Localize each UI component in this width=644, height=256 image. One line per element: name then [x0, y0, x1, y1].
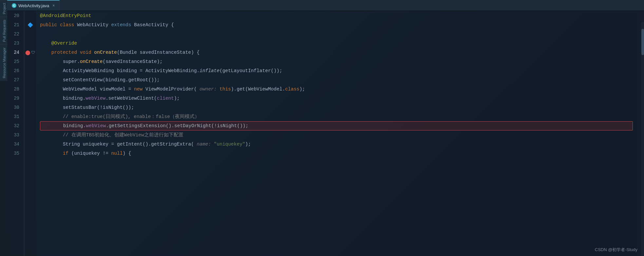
line-num-33: 33 [10, 130, 21, 140]
gutter-26 [24, 66, 36, 75]
indent-33 [40, 130, 63, 140]
tab-close-button[interactable]: × [52, 3, 55, 8]
code-content[interactable]: @AndroidEntryPoint public class WebActiv… [36, 11, 637, 256]
indent-24 [40, 48, 51, 57]
line-num-32: 32 [10, 121, 21, 130]
get-viewmodel: ).get(WebViewModel. [231, 85, 285, 94]
line-num-23: 23 [10, 39, 21, 48]
line-num-22: 22 [10, 30, 21, 39]
line-num-34: 34 [10, 140, 21, 149]
tab-bar: C WebActivity.java × [7, 0, 644, 11]
comment-33: // 在调用TBS初始化、创建WebView之前进行如下配置 [63, 130, 183, 140]
line-num-27: 27 [10, 75, 21, 85]
method-oncreate: onCreate [94, 48, 117, 57]
gutter-20 [24, 11, 36, 20]
code-line-30: setStatusBar(!isNight()); [40, 103, 633, 112]
shield-icon[interactable]: 🛡 [31, 50, 35, 55]
code-line-29: binding. webView .setWebViewClient( clie… [40, 94, 633, 103]
setstatusbar: setStatusBar(!isNight()); [63, 103, 134, 112]
indent-34 [40, 140, 63, 149]
code-line-28: WebViewModel viewModel = new ViewModelPr… [40, 85, 633, 94]
scrollbar-track[interactable] [641, 22, 644, 256]
code-line-20: @AndroidEntryPoint [40, 11, 633, 20]
comment-31: // enable:true(日间模式), enable：false（夜间模式） [63, 112, 199, 121]
kw-class: class [285, 85, 299, 94]
tab-filename: WebActivity.java [18, 3, 49, 8]
semicolon-34: ); [245, 140, 251, 149]
semicolon-28: ); [299, 85, 305, 94]
inflate-args: (getLayoutInflater()); [219, 66, 282, 75]
getsettingsextension: .getSettingsExtension().setDayOrNight(!i… [106, 121, 248, 130]
indent-28 [40, 85, 63, 94]
kw-null: null [111, 149, 123, 158]
string-decl: String uniquekey = getIntent().getString… [63, 140, 197, 149]
line-num-24: 24 [10, 48, 21, 57]
string-val: "uniquekey" [214, 140, 245, 149]
indent-29 [40, 94, 63, 103]
kw-public: public [40, 20, 60, 30]
gutter-35 [24, 149, 36, 158]
code-line-25: super. onCreate (savedInstanceState); [40, 57, 633, 66]
line-numbers: 20 21 22 23 24 25 26 27 28 29 30 31 32 3… [7, 11, 24, 256]
gutter-34 [24, 140, 36, 149]
semicolon-29: ); [174, 94, 180, 103]
binding-webview: binding. [63, 94, 86, 103]
code-line-26: ActivityWebBinding binding = ActivityWeb… [40, 66, 633, 75]
gutter-27 [24, 75, 36, 85]
code-line-32: binding. webView .getSettingsExtension()… [40, 121, 633, 130]
code-line-33: // 在调用TBS初始化、创建WebView之前进行如下配置 [40, 130, 633, 140]
code-line-22 [40, 30, 633, 39]
client-ref: client [157, 94, 174, 103]
line-num-21: 21 [10, 20, 21, 30]
vtab-resource-manager[interactable]: Resource Manager [0, 45, 7, 81]
right-panel [637, 11, 644, 256]
editor-container: Project Pull Requests Resource Manager C… [0, 0, 644, 256]
base-class: BaseActivity { [134, 20, 174, 30]
code-line-21: public class WebActivity extends BaseAct… [40, 20, 633, 30]
breakpoint-icon[interactable]: ⬤ [25, 50, 30, 55]
indent-31 [40, 112, 63, 121]
tab-webactivity[interactable]: C WebActivity.java × [7, 0, 60, 10]
indent-27 [40, 75, 63, 85]
gutter-33 [24, 130, 36, 140]
indent-30 [40, 103, 63, 112]
gutter-25 [24, 57, 36, 66]
vtab-pull-requests[interactable]: Pull Requests [0, 17, 7, 45]
super-oncreate-arg: (savedInstanceState); [103, 57, 162, 66]
code-line-31: // enable:true(日间模式), enable：false（夜间模式） [40, 112, 633, 121]
binding-webview-32: binding. [63, 121, 86, 130]
gutter: 🔷 ⬤ 🛡 [24, 11, 36, 256]
file-type-icon: C [12, 3, 16, 8]
code-line-34: String uniquekey = getIntent().getString… [40, 140, 633, 149]
line-num-26: 26 [10, 66, 21, 75]
super-call: super. [63, 57, 80, 66]
class-icon: 🔷 [28, 22, 33, 28]
indent-26 [40, 66, 63, 75]
if-brace: ) { [123, 149, 131, 158]
kw-void: void [80, 48, 94, 57]
gutter-30 [24, 103, 36, 112]
gutter-31 [24, 112, 36, 121]
line-num-35: 35 [10, 149, 21, 158]
kw-this: this [219, 85, 231, 94]
line-num-30: 30 [10, 103, 21, 112]
code-area: 20 21 22 23 24 25 26 27 28 29 30 31 32 3… [7, 11, 644, 256]
line-num-28: 28 [10, 85, 21, 94]
vertical-tabs: Project Pull Requests Resource Manager [0, 0, 7, 256]
method-inflate: inflate [199, 66, 219, 75]
param-name: name: [197, 140, 214, 149]
setcontentview: setContentView(binding.getRoot()); [63, 75, 160, 85]
annotation-override: @Override [51, 39, 77, 48]
gutter-28 [24, 85, 36, 94]
webview-ref: webView [85, 94, 105, 103]
kw-new: new [134, 85, 145, 94]
kw-if: if [63, 149, 71, 158]
code-line-35: if (uniquekey != null ) { [40, 149, 633, 158]
watermark: CSDN @初学者-Study [595, 247, 637, 253]
vtab-project[interactable]: Project [0, 0, 7, 17]
gutter-23 [24, 39, 36, 48]
line-num-20: 20 [10, 11, 21, 20]
scrollbar-thumb[interactable] [641, 29, 644, 55]
gutter-21: 🔷 [24, 20, 36, 30]
method-super-oncreate: onCreate [80, 57, 103, 66]
